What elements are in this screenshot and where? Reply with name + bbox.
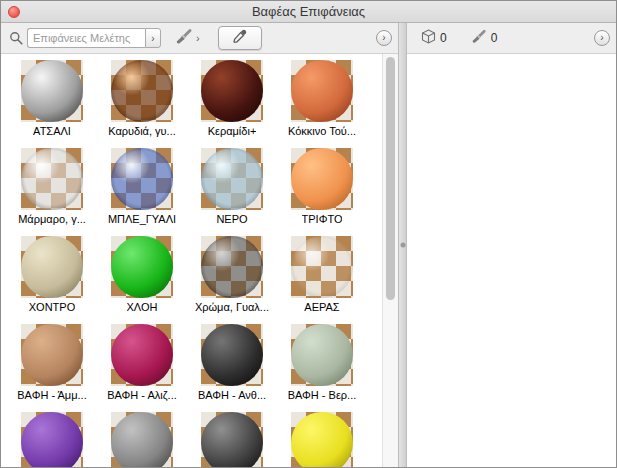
material-sphere (21, 412, 83, 467)
material-tile[interactable]: Χρώμα, Γυαλ... (187, 236, 277, 324)
material-thumb (201, 148, 263, 210)
selection-toolbar: 0 0 › (407, 23, 616, 54)
material-tile[interactable] (277, 412, 367, 467)
painted-count: 0 (491, 31, 498, 45)
painted-count-group: 0 (471, 29, 498, 47)
search-box: › (27, 28, 161, 48)
material-sphere (291, 60, 353, 122)
material-label: ΑΤΣΑΛΙ (33, 125, 71, 137)
search-options-button[interactable]: › (145, 28, 161, 48)
material-sphere (21, 60, 83, 122)
material-sphere (291, 324, 353, 386)
material-thumb (201, 412, 263, 467)
main-area: › › (1, 23, 616, 467)
material-label: ΒΑΦΗ - Άμμ... (17, 389, 86, 401)
titlebar: Βαφέας Επιφάνειας (1, 1, 616, 23)
material-grid-area: ΑΤΣΑΛΙ Καρυδιά, γυ... Κεραμίδι+ Κόκκινο … (1, 54, 398, 467)
material-label: ΒΑΦΗ - Αλιζ... (107, 389, 177, 401)
panel-splitter[interactable] (398, 23, 407, 467)
material-sphere (201, 236, 263, 298)
material-thumb (21, 236, 83, 298)
material-thumb (111, 412, 173, 467)
selection-empty-area (407, 54, 616, 467)
cube-icon (421, 29, 436, 47)
material-tile[interactable]: ΒΑΦΗ - Ανθ... (187, 324, 277, 412)
scrollbar-thumb[interactable] (386, 57, 395, 300)
search-input[interactable] (27, 28, 145, 48)
material-grid: ΑΤΣΑΛΙ Καρυδιά, γυ... Κεραμίδι+ Κόκκινο … (1, 54, 382, 467)
material-label: Καρυδιά, γυ... (108, 125, 176, 137)
material-tile[interactable] (97, 412, 187, 467)
material-tile[interactable]: Μάρμαρο, γ... (7, 148, 97, 236)
material-thumb (291, 60, 353, 122)
material-sphere (291, 236, 353, 298)
material-label: Χρώμα, Γυαλ... (195, 301, 269, 313)
surface-count-group: 0 (421, 29, 447, 47)
material-tile[interactable]: Καρυδιά, γυ... (97, 60, 187, 148)
material-thumb (21, 412, 83, 467)
material-label: ΑΕΡΑΣ (304, 301, 339, 313)
material-label: ΒΑΦΗ - Ανθ... (198, 389, 266, 401)
material-thumb (111, 236, 173, 298)
catalog-scrollbar[interactable] (382, 54, 398, 467)
material-tile[interactable]: ΜΠΛΕ_ΓΥΑΛΙ (97, 148, 187, 236)
material-tile[interactable]: ΝΕΡΟ (187, 148, 277, 236)
eyedropper-tool-button[interactable] (218, 26, 262, 50)
material-tile[interactable]: Κεραμίδι+ (187, 60, 277, 148)
material-thumb (21, 324, 83, 386)
material-tile[interactable]: ΧΟΝΤΡΟ (7, 236, 97, 324)
surface-count: 0 (440, 31, 447, 45)
material-label: ΧΛΟΗ (127, 301, 158, 313)
catalog-toolbar: › › (1, 23, 398, 54)
material-tile[interactable]: ΒΑΦΗ - Άμμ... (7, 324, 97, 412)
close-button[interactable] (8, 6, 20, 18)
material-catalog-panel: › › (1, 23, 398, 467)
material-tile[interactable] (7, 412, 97, 467)
material-label: Μάρμαρο, γ... (18, 213, 86, 225)
selection-expand-button[interactable]: › (594, 30, 610, 46)
material-thumb (291, 324, 353, 386)
material-tile[interactable]: ΧΛΟΗ (97, 236, 187, 324)
material-sphere (201, 60, 263, 122)
material-label: Κόκκινο Τού... (288, 125, 356, 137)
material-tile[interactable]: ΒΑΦΗ - Βερ... (277, 324, 367, 412)
material-thumb (291, 412, 353, 467)
material-tile[interactable]: ΑΤΣΑΛΙ (7, 60, 97, 148)
material-sphere (21, 324, 83, 386)
material-sphere (291, 148, 353, 210)
material-tile[interactable]: Κόκκινο Τού... (277, 60, 367, 148)
material-tile[interactable]: ΤΡΙΦΤΟ (277, 148, 367, 236)
material-thumb (111, 324, 173, 386)
material-sphere (291, 412, 353, 467)
material-sphere (111, 148, 173, 210)
material-tile[interactable]: ΑΕΡΑΣ (277, 236, 367, 324)
catalog-expand-button[interactable]: › (376, 30, 392, 46)
material-label: ΤΡΙΦΤΟ (302, 213, 343, 225)
material-sphere (111, 236, 173, 298)
material-thumb (201, 324, 263, 386)
material-label: ΧΟΝΤΡΟ (29, 301, 75, 313)
selection-panel: 0 0 › (407, 23, 616, 467)
material-thumb (111, 60, 173, 122)
paint-tool-button[interactable]: › (175, 28, 200, 49)
material-sphere (111, 324, 173, 386)
paint-brush-icon (175, 28, 193, 49)
material-thumb (201, 236, 263, 298)
material-label: ΝΕΡΟ (216, 213, 247, 225)
material-thumb (291, 236, 353, 298)
material-label: ΒΑΦΗ - Βερ... (288, 389, 357, 401)
material-sphere (111, 60, 173, 122)
material-thumb (201, 60, 263, 122)
material-tile[interactable]: ΒΑΦΗ - Αλιζ... (97, 324, 187, 412)
paint-brush-icon (471, 29, 487, 47)
material-thumb (291, 148, 353, 210)
material-sphere (201, 324, 263, 386)
material-sphere (21, 236, 83, 298)
material-sphere (201, 148, 263, 210)
surface-painter-window: Βαφέας Επιφάνειας › (0, 0, 617, 468)
paint-tool-dropdown-chevron: › (196, 32, 200, 44)
window-title: Βαφέας Επιφάνειας (1, 4, 616, 19)
material-label: Κεραμίδι+ (208, 125, 257, 137)
material-sphere (21, 148, 83, 210)
material-tile[interactable] (187, 412, 277, 467)
